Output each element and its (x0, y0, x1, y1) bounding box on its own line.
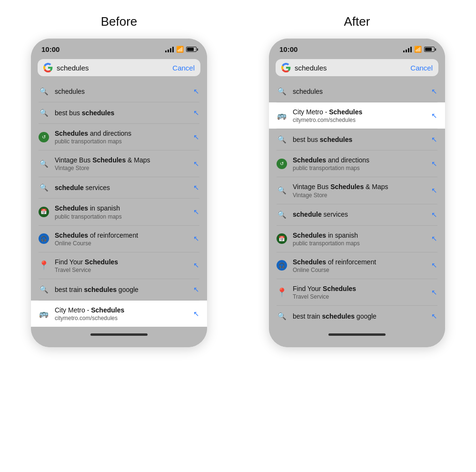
suggestion-item[interactable]: 🔍Vintage Bus Schedules & MapsVintage Sto… (31, 151, 207, 177)
before-status-bar: 10:00 📶 (31, 39, 207, 56)
suggestion-sub-text: citymetro.com/schedules (55, 315, 188, 321)
search-icon: 🔍 (40, 285, 49, 294)
suggestion-main-text: best bus schedules (55, 109, 188, 117)
suggestion-item[interactable]: 🔍best bus schedules↖ (269, 129, 445, 150)
suggestion-main-text: Schedules and directions (293, 156, 426, 164)
suggestion-sub-text: Vintage Store (55, 165, 188, 171)
suggestion-item[interactable]: 🎧Schedules of reinforcementOnline Course… (31, 226, 207, 252)
before-signal-bars (165, 47, 174, 52)
after-battery-icon (424, 47, 435, 52)
suggestion-main-text: best bus schedules (293, 135, 426, 144)
before-google-logo (43, 63, 53, 72)
suggestion-arrow-icon: ↖ (431, 288, 437, 297)
after-search-bar[interactable]: schedules Cancel (276, 59, 438, 76)
suggestion-text-block: Find Your SchedulesTravel Service (55, 258, 188, 273)
suggestion-arrow-icon: ↖ (431, 111, 437, 120)
suggestion-main-text: best train schedules google (55, 285, 188, 294)
suggestion-icon-wrapper: 📅 (39, 207, 49, 217)
after-signal-bar-1 (403, 50, 405, 52)
suggestion-text-block: City Metro - Schedulescitymetro.com/sche… (55, 306, 188, 321)
suggestion-item[interactable]: 🔍schedules↖ (269, 81, 445, 102)
before-wifi-icon: 📶 (176, 46, 184, 53)
before-search-bar[interactable]: schedules Cancel (38, 59, 200, 76)
circle-blue-icon: 🎧 (277, 260, 287, 271)
suggestion-sub-text: public transportation maps (55, 213, 188, 220)
suggestion-text-block: Schedules in spanishpublic transportatio… (293, 231, 426, 247)
after-column: After 10:00 📶 (248, 14, 466, 347)
signal-bar-3 (170, 48, 171, 52)
suggestion-arrow-icon: ↖ (193, 261, 199, 270)
suggestion-item[interactable]: ↺Schedules and directionspublic transpor… (31, 124, 207, 150)
before-search-bar-wrapper: schedules Cancel (31, 56, 207, 81)
after-home-indicator (328, 333, 386, 336)
before-cancel-button[interactable]: Cancel (172, 64, 195, 72)
suggestion-item[interactable]: 🔍best bus schedules↖ (31, 102, 207, 123)
suggestion-arrow-icon: ↖ (431, 312, 437, 321)
before-status-icons: 📶 (165, 46, 197, 53)
suggestion-text-block: best bus schedules (293, 135, 426, 144)
after-status-bar: 10:00 📶 (269, 39, 445, 56)
search-icon: 🔍 (40, 160, 49, 168)
suggestion-main-text: City Metro - Schedules (293, 108, 426, 116)
pin-red-icon: 📍 (39, 260, 49, 271)
suggestion-text-block: best train schedules google (293, 312, 426, 321)
before-phone: 10:00 📶 (31, 39, 207, 347)
suggestion-text-block: Schedules and directionspublic transport… (55, 129, 188, 145)
after-search-bar-wrapper: schedules Cancel (269, 56, 445, 81)
search-icon: 🔍 (40, 183, 49, 192)
suggestion-sub-text: Travel Service (293, 293, 426, 300)
suggestion-arrow-icon: ↖ (193, 109, 199, 117)
search-icon: 🔍 (278, 87, 287, 96)
after-search-input[interactable]: schedules (295, 64, 403, 72)
suggestion-icon-wrapper: ↺ (39, 132, 49, 142)
suggestion-icon-wrapper: 📍 (277, 287, 287, 298)
suggestion-main-text: Vintage Bus Schedules & Maps (293, 182, 426, 191)
suggestion-item[interactable]: 🚌City Metro - Schedulescitymetro.com/sch… (269, 102, 445, 129)
signal-bar-1 (165, 50, 167, 52)
suggestion-item[interactable]: 🔍Vintage Bus Schedules & MapsVintage Sto… (269, 177, 445, 203)
suggestion-item[interactable]: 🔍best train schedules google↖ (269, 306, 445, 327)
suggestion-main-text: Schedules in spanish (293, 231, 426, 240)
suggestion-item[interactable]: 🎧Schedules of reinforcementOnline Course… (269, 252, 445, 279)
suggestion-arrow-icon: ↖ (193, 183, 199, 192)
suggestion-text-block: Vintage Bus Schedules & MapsVintage Stor… (55, 156, 188, 171)
before-title: Before (101, 14, 138, 29)
suggestion-item[interactable]: 📅Schedules in spanishpublic transportati… (31, 199, 207, 225)
suggestion-main-text: Find Your Schedules (293, 284, 426, 293)
suggestion-item[interactable]: ↺Schedules and directionspublic transpor… (269, 151, 445, 177)
before-search-input[interactable]: schedules (57, 64, 165, 72)
suggestion-item[interactable]: 🔍schedule services↖ (31, 177, 207, 198)
suggestion-arrow-icon: ↖ (193, 234, 199, 243)
suggestion-icon-wrapper: 📍 (39, 260, 49, 271)
suggestion-item[interactable]: 📅Schedules in spanishpublic transportati… (269, 226, 445, 252)
suggestion-icon-wrapper: 🎧 (277, 260, 287, 271)
suggestion-icon-wrapper: 🔍 (39, 284, 49, 295)
suggestion-text-block: Schedules of reinforcementOnline Course (55, 231, 188, 247)
suggestion-item[interactable]: 🔍schedule services↖ (269, 204, 445, 225)
suggestion-sub-text: public transportation maps (55, 138, 188, 145)
suggestion-icon-wrapper: 🔍 (39, 182, 49, 193)
suggestion-text-block: Vintage Bus Schedules & MapsVintage Stor… (293, 182, 426, 198)
search-icon: 🔍 (40, 109, 49, 117)
suggestion-item[interactable]: 🔍best train schedules google↖ (31, 279, 207, 300)
pin-red-icon: 📍 (277, 287, 287, 298)
signal-bar-2 (168, 50, 169, 52)
suggestion-text-block: schedules (293, 87, 426, 96)
suggestion-item[interactable]: 🚌City Metro - Schedulescitymetro.com/sch… (31, 301, 207, 327)
search-icon: 🔍 (40, 87, 49, 96)
before-battery-icon (186, 47, 197, 52)
page-container: Before 10:00 📶 (10, 14, 466, 347)
suggestion-item[interactable]: 📍Find Your SchedulesTravel Service↖ (31, 252, 207, 279)
suggestion-item[interactable]: 📍Find Your SchedulesTravel Service↖ (269, 279, 445, 305)
after-cancel-button[interactable]: Cancel (410, 64, 433, 72)
search-icon: 🔍 (278, 211, 287, 219)
suggestion-main-text: best train schedules google (293, 312, 426, 321)
circle-blue-icon: 🎧 (39, 233, 49, 244)
suggestion-item[interactable]: 🔍schedules↖ (31, 81, 207, 102)
before-column: Before 10:00 📶 (10, 14, 228, 347)
after-wifi-icon: 📶 (414, 46, 422, 53)
after-signal-bars (403, 47, 412, 52)
suggestion-arrow-icon: ↖ (431, 87, 437, 96)
suggestion-text-block: schedules (55, 87, 188, 96)
after-phone: 10:00 📶 (269, 39, 445, 347)
